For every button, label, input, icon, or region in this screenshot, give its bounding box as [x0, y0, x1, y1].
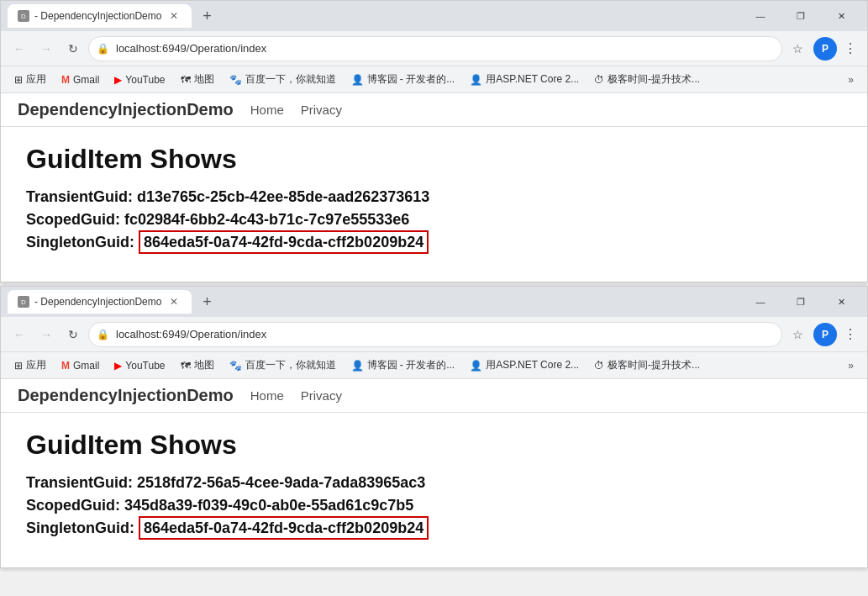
site-content-2: GuidItem Shows TransientGuid: 2518fd72-5…: [1, 413, 867, 567]
lock-icon-1: 🔒: [97, 43, 109, 55]
more-bookmarks-2[interactable]: »: [841, 357, 860, 374]
minimize-button-2[interactable]: —: [741, 288, 780, 315]
profile-button-1[interactable]: P: [813, 37, 837, 61]
site-brand-2: DependencyInjectionDemo: [18, 386, 234, 405]
bookmark-apps-label-1: 应用: [26, 72, 46, 87]
bookmark-geek-label-2: 极客时间-提升技术...: [608, 358, 700, 372]
bookmark-star-2[interactable]: ☆: [786, 324, 810, 345]
forward-button-1[interactable]: →: [34, 37, 58, 61]
reload-button-1[interactable]: ↻: [61, 37, 85, 61]
youtube-icon-2: ▶: [114, 360, 122, 372]
bookmark-cnblogs-1[interactable]: 👤 博客园 - 开发者的...: [345, 70, 462, 89]
page-heading-2: GuidItem Shows: [26, 430, 842, 461]
address-input-1[interactable]: [88, 36, 782, 61]
bookmark-cnblogs-label-1: 博客园 - 开发者的...: [367, 72, 455, 87]
bookmark-gmail-label-1: Gmail: [73, 74, 99, 86]
bookmark-maps-label-1: 地图: [194, 72, 214, 87]
lock-icon-2: 🔒: [97, 329, 109, 340]
site-navbar-2: DependencyInjectionDemo Home Privacy: [1, 379, 867, 413]
singleton-value-1: 864eda5f-0a74-42fd-9cda-cff2b0209b24: [139, 230, 429, 254]
new-tab-button-2[interactable]: +: [195, 290, 218, 314]
geek-icon-1: ⏱: [594, 74, 604, 86]
apps-icon-2: ⊞: [14, 360, 23, 372]
address-box-1: 🔒: [88, 36, 782, 61]
cnblogs-icon-1: 👤: [351, 74, 364, 86]
tab-1[interactable]: D - DependencyInjectionDemo ✕: [8, 4, 192, 28]
window-controls-2: — ❐ ✕: [741, 288, 860, 315]
baidu-icon-2: 🐾: [229, 360, 242, 372]
back-button-1[interactable]: ←: [8, 37, 31, 61]
browser-window-1: D - DependencyInjectionDemo ✕ + — ❐ ✕ ← …: [0, 0, 868, 282]
transient-value-2: 2518fd72-56a5-4cee-9ada-7ada83965ac3: [137, 474, 425, 491]
maximize-button-2[interactable]: ❐: [781, 288, 820, 315]
site-navbar-1: DependencyInjectionDemo Home Privacy: [1, 93, 867, 127]
back-button-2[interactable]: ←: [8, 323, 31, 346]
apps-icon-1: ⊞: [14, 74, 23, 86]
bookmark-geek-1[interactable]: ⏱ 极客时间-提升技术...: [587, 70, 707, 89]
singleton-value-2: 864eda5f-0a74-42fd-9cda-cff2b0209b24: [139, 516, 429, 540]
bookmark-geek-2[interactable]: ⏱ 极客时间-提升技术...: [587, 356, 707, 375]
browser-window-2: D - DependencyInjectionDemo ✕ + — ❐ ✕ ← …: [0, 286, 868, 568]
nav-privacy-2[interactable]: Privacy: [301, 388, 342, 403]
menu-button-2[interactable]: ⋮: [840, 323, 860, 345]
bookmark-apps-label-2: 应用: [26, 358, 46, 372]
reload-button-2[interactable]: ↻: [61, 323, 85, 346]
singleton-guid-line-2: SingletonGuid: 864eda5f-0a74-42fd-9cda-c…: [26, 520, 842, 537]
close-button-2[interactable]: ✕: [822, 288, 860, 315]
bookmark-baidu-2[interactable]: 🐾 百度一下，你就知道: [223, 356, 343, 375]
profile-button-2[interactable]: P: [813, 323, 837, 346]
page-heading-1: GuidItem Shows: [26, 144, 842, 175]
tab-close-1[interactable]: ✕: [166, 8, 181, 24]
menu-button-1[interactable]: ⋮: [840, 37, 860, 60]
close-button-1[interactable]: ✕: [822, 3, 860, 29]
singleton-label-1: SingletonGuid:: [26, 234, 134, 251]
bookmark-gmail-1[interactable]: M Gmail: [55, 71, 106, 88]
address-bar-2: ← → ↻ 🔒 ☆ P ⋮: [1, 317, 867, 352]
nav-privacy-1[interactable]: Privacy: [301, 103, 342, 117]
minimize-button-1[interactable]: —: [741, 3, 780, 29]
bookmark-aspnet-label-2: 用ASP.NET Core 2...: [486, 358, 579, 372]
bookmark-star-1[interactable]: ☆: [786, 39, 810, 59]
tab-close-2[interactable]: ✕: [166, 294, 181, 309]
window-controls-1: — ❐ ✕: [741, 3, 860, 29]
bookmark-youtube-1[interactable]: ▶ YouTube: [108, 71, 171, 88]
scoped-label-2: ScopedGuid:: [26, 497, 120, 514]
transient-value-1: d13e765c-25cb-42ee-85de-aad262373613: [137, 188, 429, 205]
bookmark-cnblogs-2[interactable]: 👤 博客园 - 开发者的...: [345, 356, 462, 375]
bookmark-aspnet-1[interactable]: 👤 用ASP.NET Core 2...: [463, 70, 586, 89]
gmail-icon-2: M: [61, 360, 70, 372]
bookmark-youtube-2[interactable]: ▶ YouTube: [108, 357, 171, 374]
bookmark-youtube-label-1: YouTube: [125, 74, 165, 86]
address-input-2[interactable]: [88, 322, 782, 347]
maximize-button-1[interactable]: ❐: [781, 3, 820, 29]
scoped-value-2: 345d8a39-f039-49c0-ab0e-55ad61c9c7b5: [124, 497, 413, 514]
tab-favicon-1: D: [18, 10, 29, 22]
transient-label-1: TransientGuid:: [26, 188, 133, 205]
gmail-icon-1: M: [61, 74, 70, 86]
more-bookmarks-1[interactable]: »: [841, 71, 860, 88]
maps-icon-1: 🗺: [181, 74, 191, 86]
bookmark-geek-label-1: 极客时间-提升技术...: [608, 72, 700, 87]
singleton-guid-line-1: SingletonGuid: 864eda5f-0a74-42fd-9cda-c…: [26, 234, 842, 251]
aspnet-icon-2: 👤: [470, 360, 482, 372]
bookmark-gmail-2[interactable]: M Gmail: [55, 357, 106, 374]
maps-icon-2: 🗺: [181, 360, 191, 372]
bookmark-baidu-label-1: 百度一下，你就知道: [245, 72, 336, 87]
bookmark-aspnet-label-1: 用ASP.NET Core 2...: [486, 72, 579, 87]
bookmark-maps-label-2: 地图: [194, 358, 214, 372]
nav-home-1[interactable]: Home: [250, 103, 284, 117]
transient-guid-line-2: TransientGuid: 2518fd72-56a5-4cee-9ada-7…: [26, 474, 842, 492]
tab-2[interactable]: D - DependencyInjectionDemo ✕: [8, 290, 192, 314]
bookmark-youtube-label-2: YouTube: [125, 360, 165, 372]
bookmark-apps-1[interactable]: ⊞ 应用: [8, 70, 53, 89]
new-tab-button-1[interactable]: +: [195, 4, 218, 28]
forward-button-2[interactable]: →: [34, 323, 58, 346]
bookmark-aspnet-2[interactable]: 👤 用ASP.NET Core 2...: [463, 356, 586, 375]
bookmark-baidu-1[interactable]: 🐾 百度一下，你就知道: [223, 70, 343, 89]
bookmark-apps-2[interactable]: ⊞ 应用: [8, 356, 53, 375]
site-content-1: GuidItem Shows TransientGuid: d13e765c-2…: [1, 127, 867, 282]
nav-home-2[interactable]: Home: [250, 388, 284, 403]
address-box-2: 🔒: [88, 322, 782, 347]
bookmark-maps-1[interactable]: 🗺 地图: [174, 70, 221, 89]
bookmark-maps-2[interactable]: 🗺 地图: [174, 356, 221, 375]
